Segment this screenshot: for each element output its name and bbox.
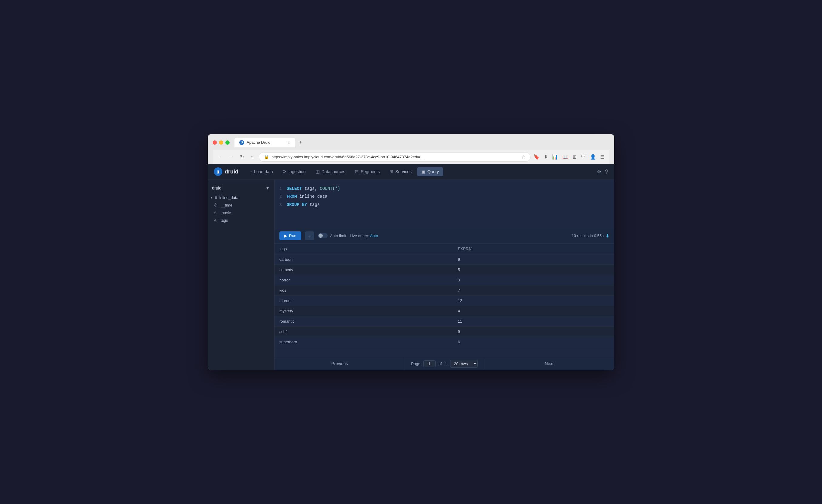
column-tags-label: tags	[221, 218, 228, 222]
live-query-label: Live query: Auto	[350, 233, 378, 238]
nav-item-query[interactable]: ▣ Query	[417, 167, 443, 176]
browser-window: D Apache Druid × + ← → ↻ ⌂ 🔒 https://imp…	[208, 134, 614, 370]
cell-tag: romantic	[275, 316, 453, 326]
new-tab-button[interactable]: +	[299, 139, 302, 145]
table-row: murder 12	[275, 296, 614, 306]
browser-titlebar: D Apache Druid × + ← → ↻ ⌂ 🔒 https://imp…	[208, 134, 614, 164]
tab-title: Apache Druid	[247, 140, 271, 145]
query-toolbar: ▶ Run ··· Auto limit Live query: Auto	[275, 228, 614, 243]
back-button[interactable]: ←	[218, 154, 225, 159]
reload-button[interactable]: ↻	[238, 154, 246, 160]
table-row: mystery 4	[275, 306, 614, 316]
table-row: horror 3	[275, 275, 614, 285]
help-icon[interactable]: ?	[605, 168, 608, 175]
code-editor[interactable]: 1 SELECT tags, COUNT(*) 2 FROM inline_da…	[275, 180, 614, 228]
previous-label: Previous	[331, 361, 348, 366]
cell-tag: horror	[275, 275, 453, 285]
nav-item-datasources[interactable]: ◫ Datasources	[311, 167, 350, 176]
forward-button[interactable]: →	[228, 154, 235, 159]
services-icon: ⊞	[389, 169, 393, 174]
string-icon-movie: A	[214, 210, 219, 215]
sidebar-item-movie[interactable]: A movie	[208, 209, 274, 216]
close-traffic-light[interactable]	[213, 140, 217, 145]
toggle-knob	[319, 233, 323, 238]
fullscreen-traffic-light[interactable]	[226, 140, 230, 145]
string-icon-tags: A	[214, 218, 219, 222]
query-icon: ▣	[421, 169, 426, 174]
menu-icon[interactable]: ☰	[600, 154, 604, 160]
col-header-tags: tags	[275, 243, 453, 255]
minimize-traffic-light[interactable]	[219, 140, 223, 145]
clock-icon: ⏱	[214, 203, 219, 207]
results-table-container[interactable]: tags EXPR$1 cartoon 9 comedy 5	[275, 243, 614, 357]
line-num-2: 2	[275, 194, 287, 200]
user-icon[interactable]: 👤	[590, 154, 596, 160]
address-bar[interactable]: 🔒 https://imply-sales.implycloud.com/dru…	[259, 152, 530, 162]
nav-item-load-data[interactable]: ↑ Load data	[246, 167, 277, 176]
nav-item-segments[interactable]: ⊟ Segments	[351, 167, 384, 176]
pagination-bar: Previous Page of 1 20 rows 50 rows 100 r…	[275, 357, 614, 370]
traffic-lights	[213, 140, 230, 145]
nav-item-ingestion[interactable]: ⟳ Ingestion	[279, 167, 310, 176]
tab-favicon: D	[239, 140, 244, 145]
settings-icon[interactable]: ⚙	[596, 168, 601, 175]
line-content-2: FROM inline_data	[287, 193, 327, 200]
column-movie-label: movie	[221, 210, 231, 215]
sidebar-item-time[interactable]: ⏱ __time	[208, 201, 274, 209]
logo-text: druid	[225, 168, 239, 175]
previous-button[interactable]: Previous	[275, 357, 405, 370]
grid-icon[interactable]: ⊞	[573, 154, 576, 160]
next-button[interactable]: Next	[484, 357, 614, 370]
cell-tag: cartoon	[275, 254, 453, 265]
cell-count: 7	[453, 285, 614, 296]
cell-count: 3	[453, 275, 614, 285]
run-play-icon: ▶	[284, 233, 287, 238]
table-row: kids 7	[275, 285, 614, 296]
results-table: tags EXPR$1 cartoon 9 comedy 5	[275, 243, 614, 347]
nav-items: ↑ Load data ⟳ Ingestion ◫ Datasources ⊟ …	[246, 167, 596, 176]
cell-tag: murder	[275, 296, 453, 306]
download-browser-icon[interactable]: ⬇	[544, 154, 548, 160]
rows-per-page-select[interactable]: 20 rows 50 rows 100 rows	[450, 360, 478, 368]
auto-limit-label: Auto limit	[330, 233, 346, 238]
nav-item-services[interactable]: ⊞ Services	[385, 167, 416, 176]
segments-icon: ⊟	[355, 169, 359, 174]
reader-icon[interactable]: 📖	[562, 154, 568, 160]
nav-label-query: Query	[427, 169, 439, 174]
auto-limit-toggle[interactable]	[318, 233, 328, 238]
table-name-label: inline_data	[219, 195, 239, 200]
results-count-text: 10 results in 0.55s	[571, 233, 603, 238]
line-num-1: 1	[275, 186, 287, 192]
shield-icon[interactable]: 🛡	[581, 154, 586, 160]
results-info: 10 results in 0.55s ⬇	[571, 233, 609, 238]
url-text: https://imply-sales.implycloud.com/druid…	[272, 155, 424, 159]
page-input[interactable]	[423, 360, 436, 367]
table-row: sci-fi 9	[275, 326, 614, 337]
download-results-icon[interactable]: ⬇	[605, 233, 609, 238]
sidebar-expand-icon[interactable]: ▼	[265, 185, 270, 191]
sidebar-item-inline-data[interactable]: ▾ ⊟ inline_data	[208, 194, 274, 201]
auto-limit-toggle-container: Auto limit	[318, 233, 346, 238]
cell-count: 11	[453, 316, 614, 326]
line-content-1: SELECT tags, COUNT(*)	[287, 185, 340, 192]
browser-toolbar: 🔖 ⬇ 📊 📖 ⊞ 🛡 👤 ☰	[533, 154, 604, 160]
nav-label-services: Services	[395, 169, 412, 174]
cell-tag: superhero	[275, 337, 453, 347]
line-content-3: GROUP BY tags	[287, 201, 320, 208]
sidebar-header: druid ▼	[208, 183, 274, 192]
home-button[interactable]: ⌂	[249, 154, 256, 159]
graph-icon[interactable]: 📊	[552, 154, 558, 160]
results-table-body: cartoon 9 comedy 5 horror 3	[275, 254, 614, 347]
run-label: Run	[289, 233, 296, 238]
nav-label-segments: Segments	[361, 169, 380, 174]
table-row: superhero 6	[275, 337, 614, 347]
pagination-center: Page of 1 20 rows 50 rows 100 rows	[405, 360, 483, 368]
tab-close-button[interactable]: ×	[288, 140, 290, 145]
bookmark-icon[interactable]: 🔖	[533, 154, 540, 160]
browser-tab[interactable]: D Apache Druid ×	[235, 138, 295, 147]
more-options-button[interactable]: ···	[305, 231, 314, 240]
cell-count: 9	[453, 326, 614, 337]
run-button[interactable]: ▶ Run	[279, 231, 301, 240]
of-label: of	[439, 362, 442, 366]
sidebar-item-tags[interactable]: A tags	[208, 216, 274, 224]
